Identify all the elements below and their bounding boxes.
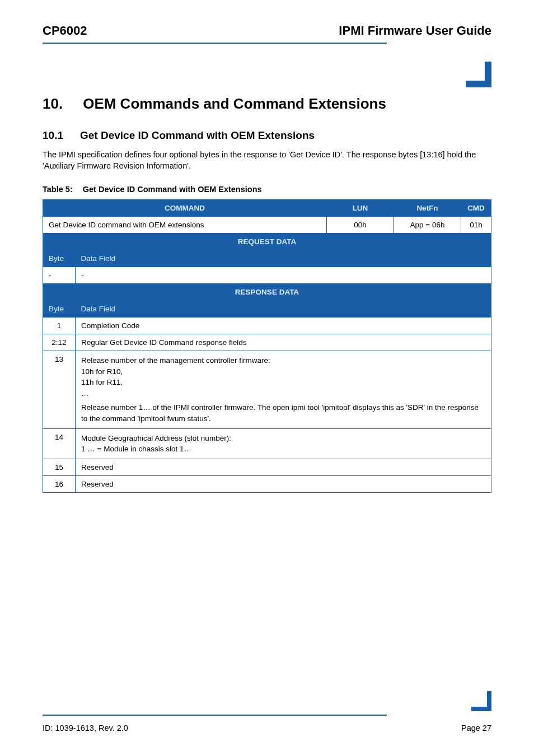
footer-right: Page 27 xyxy=(461,724,491,732)
line: Release number of the management control… xyxy=(81,355,485,366)
section-heading: 10. OEM Commands and Command Extensions xyxy=(43,95,491,113)
header-right: IPMI Firmware User Guide xyxy=(339,24,491,38)
line: … xyxy=(81,388,485,399)
table-row: 16 Reserved xyxy=(43,475,491,492)
table-caption: Table 5: Get Device ID Command with OEM … xyxy=(43,185,491,194)
table-row: 1 Completion Code xyxy=(43,318,491,334)
resp-data: Reserved xyxy=(76,475,491,492)
resp-data: Regular Get Device ID Command response f… xyxy=(76,334,491,351)
col-header-lun: LUN xyxy=(327,200,394,217)
data-field-label: Data Field xyxy=(76,301,491,318)
resp-byte: 13 xyxy=(43,351,76,428)
resp-byte: 1 xyxy=(43,318,76,334)
req-data: - xyxy=(76,267,491,284)
cell-netfn: App = 06h xyxy=(394,217,461,234)
resp-byte: 2:12 xyxy=(43,334,76,351)
byte-header-row: Byte Data Field xyxy=(43,250,491,267)
footer-left: ID: 1039-1613, Rev. 2.0 xyxy=(43,724,128,732)
table-row: - - xyxy=(43,267,491,284)
command-table: COMMAND LUN NetFn CMD Get Device ID comm… xyxy=(43,199,491,493)
section-number: 10. xyxy=(43,95,63,113)
subsection-number: 10.1 xyxy=(43,129,63,142)
col-header-command: COMMAND xyxy=(43,200,327,217)
response-data-header: RESPONSE DATA xyxy=(43,284,491,301)
table-row: 14 Module Geographical Address (slot num… xyxy=(43,428,491,459)
resp-data: Reserved xyxy=(76,459,491,475)
table-row: 15 Reserved xyxy=(43,459,491,475)
footer-rule xyxy=(43,715,387,716)
page-footer: ID: 1039-1613, Rev. 2.0 Page 27 xyxy=(43,715,491,732)
request-data-label: REQUEST DATA xyxy=(43,234,491,250)
resp-data: Module Geographical Address (slot number… xyxy=(76,428,491,459)
resp-byte: 14 xyxy=(43,428,76,459)
resp-data: Release number of the management control… xyxy=(76,351,491,428)
table-row: Get Device ID command with OEM extension… xyxy=(43,217,491,234)
cell-lun: 00h xyxy=(327,217,394,234)
req-byte: - xyxy=(43,267,76,284)
byte-header-row: Byte Data Field xyxy=(43,301,491,318)
col-header-netfn: NetFn xyxy=(394,200,461,217)
cell-command: Get Device ID command with OEM extension… xyxy=(43,217,327,234)
byte-label: Byte xyxy=(43,250,76,267)
subsection-title-text: Get Device ID Command with OEM Extension… xyxy=(80,129,315,142)
intro-paragraph: The IPMI specification defines four opti… xyxy=(43,150,491,171)
data-field-label: Data Field xyxy=(76,250,491,267)
subsection-heading: 10.1 Get Device ID Command with OEM Exte… xyxy=(43,129,491,142)
col-header-cmd: CMD xyxy=(461,200,491,217)
table-row: 13 Release number of the management cont… xyxy=(43,351,491,428)
byte-label: Byte xyxy=(43,301,76,318)
resp-byte: 16 xyxy=(43,475,76,492)
resp-byte: 15 xyxy=(43,459,76,475)
header-left: CP6002 xyxy=(43,24,87,38)
line: Module Geographical Address (slot number… xyxy=(81,433,485,444)
header-rule xyxy=(43,43,387,44)
section-title-text: OEM Commands and Command Extensions xyxy=(83,95,386,113)
line: Release number 1… of the IPMI controller… xyxy=(81,402,485,424)
table-row: 2:12 Regular Get Device ID Command respo… xyxy=(43,334,491,351)
table-header-row: COMMAND LUN NetFn CMD xyxy=(43,200,491,217)
cell-cmd: 01h xyxy=(461,217,491,234)
table-caption-title: Get Device ID Command with OEM Extension… xyxy=(83,185,262,194)
line: 10h for R10, xyxy=(81,366,485,377)
page-header: CP6002 IPMI Firmware User Guide xyxy=(43,24,491,41)
corner-mark-icon xyxy=(466,62,491,87)
request-data-header: REQUEST DATA xyxy=(43,234,491,250)
line: 1 … = Module in chassis slot 1… xyxy=(81,444,485,455)
resp-data: Completion Code xyxy=(76,318,491,334)
line: 11h for R11, xyxy=(81,377,485,388)
response-data-label: RESPONSE DATA xyxy=(43,284,491,301)
table-caption-label: Table 5: xyxy=(43,185,73,194)
footer-corner-mark-icon xyxy=(471,691,491,711)
